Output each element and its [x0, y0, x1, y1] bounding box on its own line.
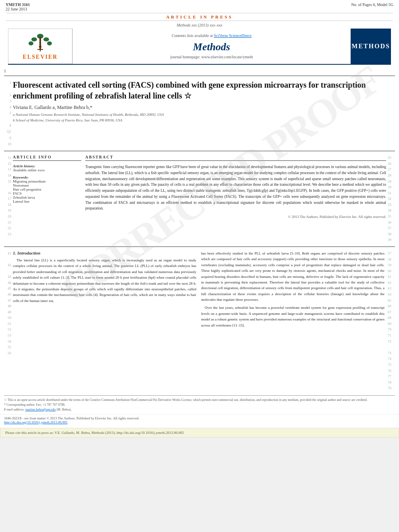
body-para-3: Over the last years, zebrafish has becom… — [201, 305, 385, 328]
header-left: YMETH 3161 22 June 2013 — [6, 2, 30, 11]
page-number: 1 — [4, 69, 6, 73]
sciverse-link[interactable]: Contents lists available at SciVerse Sci… — [172, 33, 252, 38]
affiliation-b: b School of Medicine, University of Puer… — [13, 118, 395, 123]
keyword-zebrafish: Zebrafish larva — [13, 195, 81, 199]
keyword-lateral-line: Lateral line — [13, 199, 81, 203]
body-para-2: has been effectively studied in the PLL … — [201, 251, 385, 303]
keywords-label: Keywords: — [13, 175, 81, 179]
article-history-value: Available online xxxx — [13, 168, 81, 172]
doi-link[interactable]: http://dx.doi.org/10.1016/j.ymeth.2013.0… — [4, 420, 395, 424]
citation-text: Please cite this article in press as: V.… — [5, 431, 184, 435]
elsevier-brand-text: ELSEVIER — [23, 54, 58, 60]
article-info: ARTICLE INFO Article history: Available … — [13, 155, 85, 243]
article-history-label: Article history: — [13, 164, 81, 168]
keyword-migrating: Migrating primordium — [13, 179, 81, 183]
separator-1 — [4, 76, 395, 76]
separator-2 — [4, 151, 395, 151]
elsevier-logo: ELSEVIER — [8, 29, 72, 64]
email-label: E-mail address: — [4, 408, 25, 411]
article-info-label: ARTICLE INFO — [13, 155, 81, 161]
journal-name: Methods — [193, 41, 230, 53]
title-area-wrapper: 1 2 3 4 5 8 Q1 9 10 Fluorescent activate… — [0, 78, 399, 149]
title-section: Fluorescent activated cell sorting (FACS… — [13, 80, 395, 147]
body-col-1-text: The lateral line (LL) is a superficially… — [13, 257, 196, 304]
keyword-neuromast: Neuromast — [13, 183, 81, 187]
email-address[interactable]: martine.behra@upr.edu — [25, 408, 56, 411]
svg-point-4 — [47, 41, 52, 45]
svg-point-3 — [29, 41, 33, 45]
citation-bar: Please cite this article in press as: V.… — [0, 428, 399, 438]
svg-point-2 — [43, 37, 49, 41]
article-title: Fluorescent activated cell sorting (FACS… — [13, 80, 395, 101]
body-col-2: has been effectively studied in the PLL … — [201, 251, 385, 391]
header-right: No. of Pages 6, Model 5G — [351, 2, 393, 11]
keyword-hair-cell: Hair cell progenitor — [13, 187, 81, 191]
journal-header: ELSEVIER Contents lists available at Sci… — [4, 29, 395, 65]
methods-ref-line: Methods xxx (2013) xxx–xxx — [0, 22, 399, 29]
sciverse-link-text[interactable]: SciVerse ScienceDirect — [214, 33, 252, 38]
doi-bar: 1046-2023/$ - see front matter © 2013 Th… — [0, 414, 399, 426]
body-col-1: 1. Introduction The lateral line (LL) is… — [13, 251, 196, 391]
keyword-facs: FACS — [13, 191, 81, 195]
abstract-label: ABSTRACT — [85, 155, 386, 161]
abstract-column: ABSTRACT Transgenic lines carrying fluor… — [85, 155, 386, 243]
journal-id: YMETH 3161 — [6, 2, 30, 7]
email-name: (M. Behra). — [56, 408, 72, 411]
line-numbers-left: 1 2 3 4 5 8 Q1 9 10 — [4, 80, 13, 147]
journal-homepage: journal homepage: www.elsevier.com/locat… — [170, 55, 253, 59]
line-numbers-body-left: 41 42 43 44 45 46 47 48 49 50 51 52 53 5… — [4, 251, 13, 391]
footnote-star: ☆ This is an open-access article distrib… — [4, 398, 395, 403]
svg-point-6 — [39, 45, 41, 48]
body-col-2-text: has been effectively studied in the PLL … — [201, 251, 385, 328]
body-section-wrapper: 41 42 43 44 45 46 47 48 49 50 51 52 53 5… — [0, 249, 399, 393]
abstract-section-wrapper: 11 12 13 14 15 16 17 18 19 20 21 22 23 A… — [0, 153, 399, 245]
abstract-body: Transgenic lines carrying fluorescent re… — [85, 165, 386, 210]
journal-header-inner: ELSEVIER Contents lists available at Sci… — [8, 29, 391, 65]
authors: Viviana E. Gallardo a, Martine Behra b,* — [13, 105, 395, 111]
sciverse-text: Contents lists available at — [172, 33, 214, 38]
page-number-row: 1 — [0, 65, 399, 74]
pub-date: 22 June 2013 — [6, 7, 30, 11]
body-para-1: The lateral line (LL) is a superficially… — [13, 257, 196, 304]
page: YMETH 3161 22 June 2013 No. of Pages 6, … — [0, 0, 399, 438]
line-numbers-body-right: 57 58 59 60 61 62 63 64 65 66 67 68 69 7… — [386, 251, 395, 391]
separator-3 — [4, 246, 395, 247]
affiliation-a: a National Human Genome Research Institu… — [13, 112, 395, 118]
methods-logo-text: METHODS — [352, 43, 390, 50]
footnote-area: ☆ This is an open-access article distrib… — [4, 395, 395, 412]
footnote-corresponding: * Corresponding author. Fax: +1 787 767 … — [4, 403, 395, 407]
abstract-text: Transgenic lines carrying fluorescent re… — [85, 164, 386, 212]
author-names: Viviana E. Gallardo a, Martine Behra b,* — [13, 105, 93, 110]
elsevier-tree-icon — [26, 32, 54, 52]
doi-copyright: 1046-2023/$ - see front matter © 2013 Th… — [4, 416, 395, 420]
footnote-email: E-mail address: martine.behra@upr.edu (M… — [4, 407, 395, 412]
line-numbers-abstract-right: 25 26 27 28 29 30 31 32 33 34 35 36 37 3… — [386, 155, 395, 243]
top-header: YMETH 3161 22 June 2013 No. of Pages 6, … — [0, 0, 399, 12]
section-1-heading: 1. Introduction — [13, 251, 196, 255]
svg-point-1 — [31, 37, 37, 41]
methods-logo-box: METHODS — [351, 29, 391, 64]
copyright-line: © 2013 The Authors. Published by Elsevie… — [85, 215, 386, 219]
journal-info-center: Contents lists available at SciVerse Sci… — [72, 29, 351, 64]
line-numbers-info: 11 12 13 14 15 16 17 18 19 20 21 22 23 — [4, 155, 13, 243]
article-in-press-banner: ARTICLE IN PRESS — [6, 13, 393, 21]
affiliations: a National Human Genome Research Institu… — [13, 112, 395, 123]
keywords-list: Migrating primordium Neuromast Hair cell… — [13, 179, 81, 203]
